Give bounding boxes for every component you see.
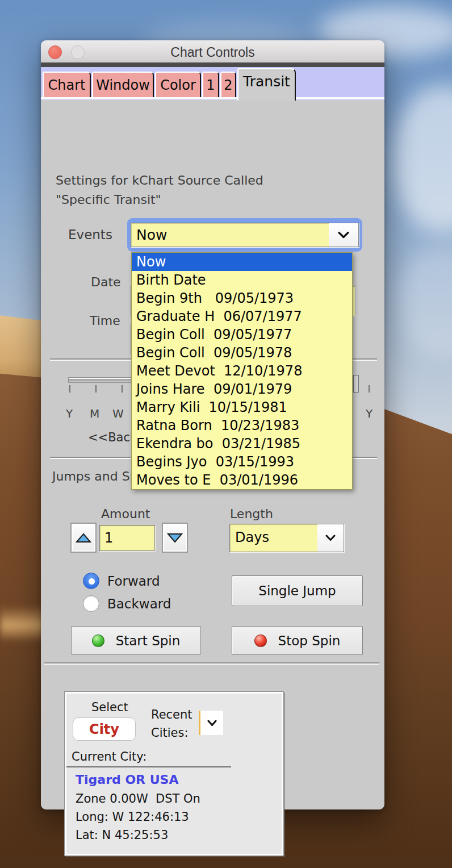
events-option[interactable]: Joins Hare 09/01/1979 [132, 380, 352, 398]
single-jump-label: Single Jump [258, 583, 336, 598]
events-option[interactable]: Begins Jyo 03/15/1993 [132, 453, 352, 471]
events-combobox-value: Now [131, 223, 329, 247]
current-city-name: Tigard OR USA [76, 773, 178, 787]
forward-label: Forward [107, 574, 160, 589]
time-label: Time [90, 314, 120, 328]
city-longitude: Long: W 122:46:13 [76, 810, 189, 824]
stop-spin-label: Stop Spin [278, 633, 341, 648]
single-jump-button[interactable]: Single Jump [232, 575, 363, 606]
recent-cities-label-line1: Recent [151, 708, 192, 721]
radio-dot [89, 578, 95, 585]
tab-color[interactable]: Color [155, 72, 201, 97]
red-led-icon [254, 635, 267, 647]
window-title: Chart Controls [41, 45, 384, 60]
tab-1[interactable]: 1 [202, 72, 219, 97]
panel-heading-line1: Settings for kChart Source Called [56, 173, 263, 187]
events-combobox-chevron [329, 223, 358, 247]
events-option[interactable]: Ekendra bo 03/21/1985 [132, 435, 352, 453]
tab-transit[interactable]: Transit [237, 68, 296, 101]
chevron-down-icon [337, 231, 350, 239]
backward-label: Backward [107, 596, 171, 611]
events-option[interactable]: Begin Coll 09/05/1977 [132, 326, 352, 344]
desktop: Chart Controls Chart Window Color 1 2 Tr… [0, 0, 452, 868]
events-dropdown-list: Now Birth Date Begin 9th 09/05/1973 Grad… [131, 252, 353, 490]
events-label: Events [68, 227, 112, 242]
current-city-label: Current City: [72, 750, 147, 763]
city-latitude: Lat: N 45:25:53 [76, 828, 168, 842]
amount-input[interactable] [99, 525, 155, 551]
select-city-button[interactable]: City [73, 717, 136, 741]
titlebar-divider [41, 62, 384, 67]
events-option[interactable]: Birth Date [132, 271, 352, 289]
events-option[interactable]: Ratna Born 10/23/1983 [132, 416, 352, 435]
green-led-icon [92, 635, 104, 647]
chart-controls-window: Chart Controls Chart Window Color 1 2 Tr… [41, 40, 384, 809]
transit-panel: Settings for kChart Source Called "Speci… [41, 100, 384, 809]
tab-chart[interactable]: Chart [43, 72, 91, 97]
slider-tick [69, 385, 70, 393]
chevron-down-icon [207, 720, 217, 727]
events-option[interactable]: Now [132, 253, 352, 271]
length-combobox-value: Days [230, 524, 317, 552]
tab-underline [41, 97, 384, 99]
backward-radio[interactable] [83, 595, 99, 612]
slider-tick [369, 385, 370, 393]
back-label[interactable]: <<Back [88, 431, 137, 444]
start-spin-button[interactable]: Start Spin [71, 626, 201, 655]
chevron-down-icon [325, 535, 336, 541]
amount-decrement-button[interactable] [162, 523, 188, 553]
events-option[interactable]: Marry Kili 10/15/1981 [132, 398, 352, 416]
current-city-rule [66, 766, 231, 767]
slider-tick-label-week: W [112, 407, 124, 420]
forward-radio[interactable] [83, 573, 99, 589]
slider-tick-label-month: M [90, 407, 99, 420]
events-option[interactable]: Begin 9th 09/05/1973 [132, 289, 352, 307]
slider-tick-label-right: Y [366, 407, 373, 420]
section-divider [44, 662, 379, 665]
events-option[interactable]: Begin Coll 09/05/1978 [132, 344, 352, 362]
recent-cities-dropdown[interactable] [199, 711, 223, 735]
tab-2[interactable]: 2 [220, 72, 236, 97]
amount-label: Amount [101, 507, 150, 521]
tab-window[interactable]: Window [92, 72, 154, 97]
events-option[interactable]: Graduate H 06/07/1977 [132, 307, 352, 326]
slider-tick-label-year: Y [66, 407, 73, 420]
length-combobox-chevron [317, 524, 344, 552]
time-scale-slider-thumb[interactable] [353, 375, 359, 393]
length-label: Length [230, 507, 273, 521]
length-combobox[interactable]: Days [229, 524, 344, 552]
events-combobox[interactable]: Now [131, 223, 359, 247]
events-option[interactable]: Meet Devot 12/10/1978 [132, 362, 352, 380]
events-option[interactable]: Moves to E 03/01/1996 [132, 471, 352, 489]
slider-tick [95, 385, 97, 393]
titlebar[interactable]: Chart Controls [41, 40, 384, 62]
start-spin-label: Start Spin [116, 633, 181, 648]
select-city-label: City [89, 721, 119, 737]
slider-tick [122, 385, 123, 393]
amount-increment-button[interactable] [70, 523, 97, 553]
stop-spin-button[interactable]: Stop Spin [232, 626, 363, 655]
triangle-up-icon [75, 532, 92, 544]
select-label: Select [91, 700, 128, 714]
recent-cities-label-line2: Cities: [151, 726, 189, 740]
date-label: Date [91, 275, 121, 289]
panel-heading-line2: "Specific Transit" [56, 193, 161, 207]
triangle-down-icon [166, 532, 183, 544]
city-zone: Zone 0.00W DST On [76, 792, 200, 806]
city-box: Select City Recent Cities: Current City:… [64, 691, 284, 856]
